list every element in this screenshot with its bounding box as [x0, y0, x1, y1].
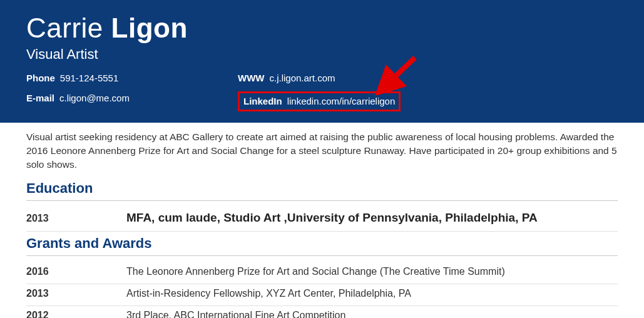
resume-header: Carrie Ligon Visual Artist Phone 591-124… [0, 0, 644, 123]
linkedin-highlight-box: LinkedIn linkedin.com/in/carrieligon [238, 91, 401, 111]
resume-body: Visual artist seeking residency at ABC G… [0, 123, 644, 318]
resume-page: Carrie Ligon Visual Artist Phone 591-124… [0, 0, 644, 318]
section-title-education: Education [26, 180, 618, 201]
education-desc: MFA, cum laude, Studio Art ,University o… [126, 211, 538, 225]
first-name: Carrie [26, 13, 103, 43]
education-year: 2013 [26, 213, 126, 224]
contact-www-value: c.j.ligon.art.com [269, 71, 335, 85]
contact-linkedin-value: linkedin.com/in/carrieligon [287, 95, 396, 108]
award-entry: 2012 3rd Place, ABC International Fine A… [26, 306, 618, 318]
contact-phone-value: 591-124-5551 [60, 71, 118, 85]
contact-phone: Phone 591-124-5551 [26, 71, 238, 85]
award-desc: The Leonore Annenberg Prize for Art and … [126, 266, 505, 277]
contact-www-label: WWW [238, 71, 264, 85]
contact-linkedin-label: LinkedIn [243, 95, 282, 108]
award-desc: 3rd Place, ABC International Fine Art Co… [126, 310, 345, 318]
name-line: Carrie Ligon [26, 13, 618, 44]
contact-col-left: Phone 591-124-5551 E-mail c.ligon@me.com [26, 71, 238, 111]
contact-email-label: E-mail [26, 91, 54, 105]
contact-email-value: c.ligon@me.com [59, 91, 130, 105]
contact-linkedin: LinkedIn linkedin.com/in/carrieligon [238, 91, 401, 111]
contact-www: WWW c.j.ligon.art.com [238, 71, 401, 85]
contact-phone-label: Phone [26, 71, 55, 85]
contact-col-right: WWW c.j.ligon.art.com LinkedIn linkedin.… [238, 71, 401, 111]
last-name: Ligon [111, 13, 188, 43]
contact-email: E-mail c.ligon@me.com [26, 91, 238, 105]
award-year: 2016 [26, 266, 126, 277]
award-year: 2013 [26, 288, 126, 299]
contact-grid: Phone 591-124-5551 E-mail c.ligon@me.com… [26, 71, 618, 111]
education-entry: 2013 MFA, cum laude, Studio Art ,Univers… [26, 207, 618, 232]
section-title-awards: Grants and Awards [26, 235, 618, 256]
job-title: Visual Artist [26, 46, 618, 63]
award-year: 2012 [26, 310, 126, 318]
award-desc: Artist-in-Residency Fellowship, XYZ Art … [126, 288, 411, 299]
summary-text: Visual artist seeking residency at ABC G… [26, 130, 618, 172]
award-entry: 2016 The Leonore Annenberg Prize for Art… [26, 262, 618, 284]
award-entry: 2013 Artist-in-Residency Fellowship, XYZ… [26, 284, 618, 306]
